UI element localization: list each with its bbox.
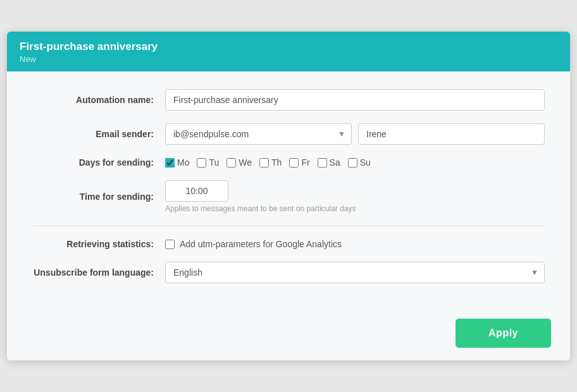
retrieving-checkbox-text: Add utm-parameters for Google Analytics — [180, 239, 342, 249]
days-for-sending-row: Days for sending: Mo Tu We — [32, 157, 545, 168]
day-su: Su — [348, 157, 371, 168]
sender-name-input[interactable] — [358, 123, 545, 145]
modal-subtitle: New — [20, 54, 557, 64]
day-sa-checkbox[interactable] — [318, 158, 327, 168]
day-tu-checkbox[interactable] — [197, 158, 206, 168]
day-sa-label: Sa — [330, 157, 340, 168]
sender-name-field — [358, 123, 545, 145]
email-sender-row: Email sender: ib@sendpulse.com ▼ — [32, 123, 545, 145]
modal-body: Automation name: Email sender: ib@sendpu… — [7, 71, 570, 309]
day-fr: Fr — [289, 157, 309, 168]
apply-button[interactable]: Apply — [456, 319, 551, 348]
time-field: Applies to messages meant to be sent on … — [165, 180, 545, 213]
time-input[interactable] — [165, 180, 228, 202]
automation-name-label: Automation name: — [32, 95, 165, 105]
day-we-label: We — [239, 157, 252, 168]
section-divider — [32, 226, 545, 226]
day-fr-label: Fr — [301, 157, 309, 168]
automation-name-field — [165, 89, 545, 111]
day-mo-checkbox[interactable] — [165, 158, 175, 168]
day-we-checkbox[interactable] — [226, 158, 236, 168]
day-mo: Mo — [165, 157, 189, 168]
email-sender-label: Email sender: — [32, 129, 165, 139]
unsubscribe-label: Unsubscribe form language: — [32, 267, 165, 278]
modal-header: First-purchase anniversary New — [7, 32, 570, 71]
day-mo-label: Mo — [177, 157, 189, 168]
automation-name-row: Automation name: — [32, 89, 545, 111]
day-we: We — [226, 157, 252, 168]
retrieving-statistics-row: Retrieving statistics: Add utm-parameter… — [32, 239, 545, 249]
time-hint: Applies to messages meant to be sent on … — [165, 204, 545, 213]
retrieving-checkbox-label: Add utm-parameters for Google Analytics — [165, 239, 545, 249]
day-su-checkbox[interactable] — [348, 158, 357, 168]
day-su-label: Su — [360, 157, 371, 168]
unsubscribe-select-wrapper: English French German Spanish Italian ▼ — [165, 262, 545, 283]
automation-name-input[interactable] — [165, 89, 545, 111]
modal-footer: Apply — [7, 309, 570, 360]
modal-title: First-purchase anniversary — [20, 40, 557, 53]
days-group: Mo Tu We Th — [165, 157, 545, 168]
retrieving-label: Retrieving statistics: — [32, 239, 165, 249]
email-sender-select-wrapper: ib@sendpulse.com ▼ — [165, 123, 352, 145]
retrieving-checkbox[interactable] — [165, 240, 175, 249]
time-label: Time for sending: — [32, 192, 165, 202]
unsubscribe-language-row: Unsubscribe form language: English Frenc… — [32, 262, 545, 283]
day-th-checkbox[interactable] — [259, 158, 269, 168]
day-th-label: Th — [271, 157, 282, 168]
unsubscribe-field: English French German Spanish Italian ▼ — [165, 262, 545, 283]
day-fr-checkbox[interactable] — [289, 158, 299, 168]
retrieving-field: Add utm-parameters for Google Analytics — [165, 239, 545, 249]
email-sender-select[interactable]: ib@sendpulse.com — [165, 123, 352, 145]
unsubscribe-select[interactable]: English French German Spanish Italian — [165, 262, 545, 283]
day-sa: Sa — [318, 157, 340, 168]
days-label: Days for sending: — [32, 157, 165, 168]
time-for-sending-row: Time for sending: Applies to messages me… — [32, 180, 545, 213]
day-th: Th — [259, 157, 282, 168]
day-tu-label: Tu — [209, 157, 219, 168]
email-sender-group: ib@sendpulse.com ▼ — [165, 123, 545, 145]
day-tu: Tu — [197, 157, 219, 168]
modal-container: First-purchase anniversary New Automatio… — [7, 32, 570, 360]
days-checkboxes: Mo Tu We Th — [165, 157, 545, 168]
time-input-wrapper — [165, 180, 228, 202]
